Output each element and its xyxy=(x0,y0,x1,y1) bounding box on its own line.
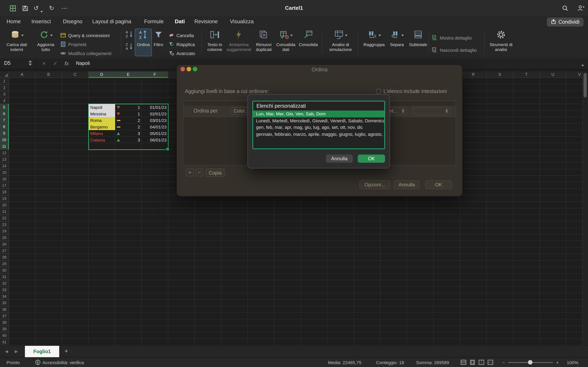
row-header-16[interactable]: 16 xyxy=(0,176,9,182)
tab-disegno[interactable]: Disegno xyxy=(62,16,83,27)
sort-ok-button[interactable]: OK xyxy=(425,180,452,189)
tab-dati[interactable]: Dati xyxy=(174,16,186,29)
zoom-in-icon[interactable]: + xyxy=(556,358,559,367)
row-header-20[interactable]: 20 xyxy=(0,202,9,208)
row-header-30[interactable]: 30 xyxy=(0,267,9,274)
select-all-corner[interactable] xyxy=(0,71,9,78)
edit-links-button[interactable]: Modifica collegamenti xyxy=(61,49,112,58)
get-external-data-button[interactable]: Carica dati esterni xyxy=(5,29,29,57)
sort-az-button[interactable]: AZ xyxy=(125,31,134,39)
ungroup-button[interactable]: Separa xyxy=(387,29,407,57)
custom-lists-ok-button[interactable]: OK xyxy=(358,155,385,163)
add-level-button[interactable]: + xyxy=(186,168,194,176)
row-header-7[interactable]: 7 xyxy=(0,117,9,124)
column-header-T[interactable]: T xyxy=(513,71,540,78)
zoom-slider-thumb[interactable] xyxy=(528,360,532,365)
cell-D10[interactable]: Catania xyxy=(89,137,115,143)
remove-level-button[interactable]: − xyxy=(195,168,203,176)
zoom-slider[interactable] xyxy=(508,362,553,363)
cell-D8[interactable]: Bergamo xyxy=(89,124,115,130)
row-header-33[interactable]: 33 xyxy=(0,287,9,293)
remove-duplicates-button[interactable]: Rimuovi duplicati xyxy=(252,29,276,57)
accessibility-icon[interactable] xyxy=(35,360,40,366)
column-header-A[interactable]: A xyxy=(9,71,35,78)
row-header-17[interactable]: 17 xyxy=(0,182,9,189)
row-header-18[interactable]: 18 xyxy=(0,189,9,195)
enter-icon[interactable]: ✓ xyxy=(53,58,58,68)
cell-E5[interactable]: 1 xyxy=(115,104,142,110)
formula-bar-content[interactable]: Napoli xyxy=(76,58,90,68)
cell-F7[interactable]: 03/01/23 xyxy=(142,117,168,124)
formula-bar-chevron-icon[interactable] xyxy=(581,59,584,70)
row-header-26[interactable]: 26 xyxy=(0,241,9,248)
tab-inserisci[interactable]: Inserisci xyxy=(31,16,52,27)
column-header-B[interactable]: B xyxy=(35,71,62,78)
row-header-1[interactable]: 1 xyxy=(0,78,9,84)
list-item[interactable]: Lun, Mar, Mer, Gio, Ven, Sab, Dom xyxy=(253,110,384,117)
row-header-3[interactable]: 3 xyxy=(0,91,9,98)
custom-lists-listbox[interactable]: Elenchi personalizzati Lun, Mar, Mer, Gi… xyxy=(252,101,385,149)
row-header-39[interactable]: 39 xyxy=(0,326,9,332)
cell-F8[interactable]: 04/01/23 xyxy=(142,124,168,130)
cell-D6[interactable]: Messina xyxy=(89,110,115,117)
cell-D9[interactable]: Milano xyxy=(89,130,115,137)
tab-home[interactable]: Home xyxy=(6,16,21,27)
data-validation-button[interactable]: Convalida dati xyxy=(274,29,298,57)
headers-checkbox[interactable] xyxy=(376,89,381,94)
column-header-S[interactable]: S xyxy=(487,71,513,78)
page-break-view-icon[interactable] xyxy=(479,360,484,366)
advanced-filter-button[interactable]: Avanzato xyxy=(169,49,195,58)
cell-F9[interactable]: 05/01/23 xyxy=(142,130,168,137)
row-header-9[interactable]: 9 xyxy=(0,130,9,137)
row-header-13[interactable]: 13 xyxy=(0,156,9,163)
name-box-stepper[interactable] xyxy=(29,60,32,66)
row-header-14[interactable]: 14 xyxy=(0,163,9,169)
row-header-32[interactable]: 32 xyxy=(0,280,9,287)
queries-connections-button[interactable]: Query & connessioni xyxy=(61,31,110,40)
share-button[interactable]: Condividi xyxy=(546,17,584,26)
page-layout-view-icon[interactable] xyxy=(470,360,475,366)
row-header-38[interactable]: 38 xyxy=(0,319,9,326)
prev-sheet-icon[interactable]: ◀ xyxy=(5,349,8,354)
accessibility-status[interactable]: Accessibilità: verifica xyxy=(43,358,84,367)
row-header-4[interactable]: 4 xyxy=(0,98,9,104)
row-header-31[interactable]: 31 xyxy=(0,274,9,280)
row-header-5[interactable]: 5 xyxy=(0,104,9,110)
row-header-36[interactable]: 36 xyxy=(0,306,9,313)
row-header-28[interactable]: 28 xyxy=(0,254,9,261)
group-button[interactable]: Raggruppa xyxy=(362,29,386,57)
tab-formule[interactable]: Formule xyxy=(143,16,164,27)
row-header-25[interactable]: 25 xyxy=(0,234,9,241)
filter-button[interactable]: Filtro xyxy=(151,29,166,57)
text-to-columns-button[interactable]: Testo in colonne xyxy=(204,29,226,57)
sort-color-select[interactable] xyxy=(413,107,450,115)
column-header-F[interactable]: F xyxy=(142,71,168,78)
column-header-U[interactable]: U xyxy=(540,71,566,78)
properties-button[interactable]: Proprietà xyxy=(61,40,86,49)
row-header-21[interactable]: 21 xyxy=(0,208,9,215)
cell-F6[interactable]: 02/01/23 xyxy=(142,110,168,117)
row-header-15[interactable]: 15 xyxy=(0,169,9,176)
cell-F5[interactable]: 01/01/23 xyxy=(142,104,168,110)
row-header-29[interactable]: 29 xyxy=(0,261,9,267)
row-header-40[interactable]: 40 xyxy=(0,332,9,339)
sort-cancel-button[interactable]: Annulla xyxy=(394,180,420,189)
row-header-11[interactable]: 11 xyxy=(0,143,9,150)
cell-E10[interactable]: 3 xyxy=(115,137,142,143)
analysis-tools-button[interactable]: Strumenti di analisi xyxy=(489,29,513,57)
reapply-filter-button[interactable]: Riapplica xyxy=(169,40,195,49)
cell-D7[interactable]: Roma xyxy=(89,117,115,124)
fill-handle[interactable] xyxy=(166,147,169,151)
list-item[interactable]: Lunedì, Martedì, Mercoledì, Giovedì, Ven… xyxy=(253,117,384,124)
add-sheet-icon[interactable]: + xyxy=(65,347,68,354)
list-item[interactable]: gen, feb, mar, apr, mag, giu, lug, ago, … xyxy=(253,124,384,131)
row-header-35[interactable]: 35 xyxy=(0,300,9,306)
share-person-icon[interactable] xyxy=(577,5,585,12)
next-sheet-icon[interactable]: ▶ xyxy=(15,349,18,354)
fx-icon[interactable]: fx xyxy=(65,58,69,68)
custom-view-icon[interactable] xyxy=(488,360,493,366)
row-header-27[interactable]: 27 xyxy=(0,248,9,254)
list-item[interactable]: gennaio, febbraio, marzo, aprile, maggio… xyxy=(253,131,384,137)
what-if-analysis-button[interactable]: Analisi di simulazione xyxy=(327,29,355,57)
row-header-41[interactable]: 41 xyxy=(0,339,9,345)
